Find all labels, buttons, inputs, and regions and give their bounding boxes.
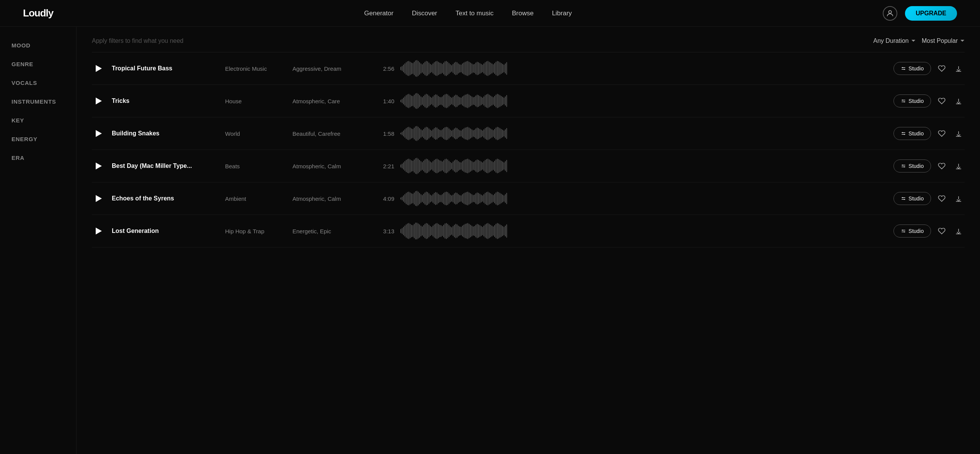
svg-rect-372 [435, 192, 436, 205]
svg-rect-46 [459, 64, 460, 73]
favorite-button[interactable] [936, 62, 948, 75]
studio-button[interactable]: Studio [893, 94, 931, 107]
svg-point-0 [889, 10, 891, 13]
svg-rect-378 [443, 193, 444, 204]
svg-marker-1 [96, 65, 102, 72]
svg-rect-106 [425, 95, 425, 107]
svg-rect-322 [483, 161, 484, 171]
svg-rect-216 [457, 128, 457, 139]
sidebar-item-instruments[interactable]: INSTRUMENTS [11, 98, 65, 105]
studio-button[interactable]: Studio [893, 225, 931, 238]
play-button[interactable] [92, 62, 106, 75]
download-button[interactable] [952, 62, 965, 75]
svg-rect-449 [423, 225, 424, 237]
play-button[interactable] [92, 192, 106, 205]
download-button[interactable] [952, 160, 965, 172]
svg-rect-475 [458, 226, 459, 237]
favorite-button[interactable] [936, 127, 948, 140]
svg-rect-276 [422, 162, 423, 170]
svg-rect-205 [442, 129, 443, 138]
studio-button[interactable]: Studio [893, 127, 931, 140]
svg-rect-503 [496, 224, 497, 238]
sidebar-item-genre[interactable]: GENRE [11, 61, 65, 67]
play-button[interactable] [92, 159, 106, 173]
svg-rect-234 [481, 130, 482, 137]
svg-rect-447 [421, 226, 421, 237]
svg-rect-153 [488, 94, 488, 108]
svg-rect-53 [469, 62, 470, 75]
upgrade-button[interactable]: UPGRADE [905, 6, 957, 21]
download-button[interactable] [952, 95, 965, 107]
svg-rect-496 [486, 223, 487, 239]
sidebar-item-key[interactable]: KEY [11, 117, 65, 124]
sort-filter[interactable]: Most Popular [922, 37, 965, 44]
track-genre: Hip Hop & Trap [225, 228, 286, 234]
play-button[interactable] [92, 94, 106, 108]
svg-rect-424 [505, 194, 506, 203]
waveform[interactable] [400, 124, 887, 143]
nav-text-to-music[interactable]: Text to music [456, 10, 493, 17]
svg-rect-293 [445, 159, 446, 173]
svg-rect-181 [410, 128, 411, 140]
waveform[interactable] [400, 222, 887, 240]
studio-button[interactable]: Studio [893, 62, 931, 75]
svg-rect-200 [435, 127, 436, 140]
nav-generator[interactable]: Generator [364, 10, 394, 17]
svg-rect-438 [408, 223, 409, 239]
svg-rect-201 [437, 128, 438, 140]
svg-rect-260 [400, 164, 401, 168]
svg-rect-76 [500, 62, 500, 75]
svg-rect-142 [473, 97, 474, 105]
download-button[interactable] [952, 225, 965, 237]
nav-browse[interactable]: Browse [512, 10, 534, 17]
track-duration: 2:56 [375, 65, 394, 72]
favorite-button[interactable] [936, 192, 948, 205]
svg-rect-70 [492, 63, 492, 73]
svg-rect-235 [482, 130, 483, 136]
sidebar-item-era[interactable]: ERA [11, 155, 65, 161]
svg-rect-104 [422, 97, 423, 105]
user-avatar[interactable] [883, 6, 897, 21]
download-button[interactable] [952, 127, 965, 140]
svg-rect-425 [506, 193, 507, 204]
svg-rect-59 [477, 62, 478, 75]
studio-button[interactable]: Studio [893, 159, 931, 172]
favorite-button[interactable] [936, 225, 948, 237]
favorite-button[interactable] [936, 95, 948, 107]
sidebar-item-vocals[interactable]: VOCALS [11, 80, 65, 86]
svg-rect-127 [453, 97, 454, 105]
svg-rect-288 [438, 159, 439, 172]
play-button[interactable] [92, 127, 106, 140]
svg-rect-448 [422, 226, 423, 236]
sidebar-item-energy[interactable]: ENERGY [11, 136, 65, 142]
svg-rect-187 [418, 127, 419, 140]
studio-button[interactable]: Studio [893, 192, 931, 205]
sidebar-item-mood[interactable]: MOOD [11, 42, 65, 49]
waveform[interactable] [400, 157, 887, 175]
duration-filter[interactable]: Any Duration [873, 37, 916, 44]
svg-rect-109 [429, 96, 430, 107]
svg-rect-359 [418, 192, 419, 205]
svg-rect-154 [489, 95, 490, 107]
waveform[interactable] [400, 189, 887, 208]
svg-rect-261 [402, 164, 403, 168]
svg-rect-252 [505, 129, 506, 138]
svg-rect-126 [451, 98, 452, 104]
svg-rect-29 [437, 61, 438, 76]
nav-discover[interactable]: Discover [412, 10, 437, 17]
svg-rect-13 [415, 60, 416, 76]
nav-library[interactable]: Library [552, 10, 572, 17]
filter-right: Any Duration Most Popular [873, 37, 965, 44]
svg-rect-150 [483, 96, 484, 106]
favorite-button[interactable] [936, 160, 948, 172]
svg-rect-243 [493, 130, 494, 137]
download-button[interactable] [952, 192, 965, 205]
svg-rect-419 [498, 192, 499, 205]
play-button[interactable] [92, 224, 106, 238]
svg-rect-244 [494, 129, 495, 138]
svg-rect-10 [411, 63, 412, 75]
svg-rect-473 [456, 224, 456, 238]
svg-rect-374 [438, 194, 439, 203]
waveform[interactable] [400, 59, 887, 78]
waveform[interactable] [400, 92, 887, 110]
